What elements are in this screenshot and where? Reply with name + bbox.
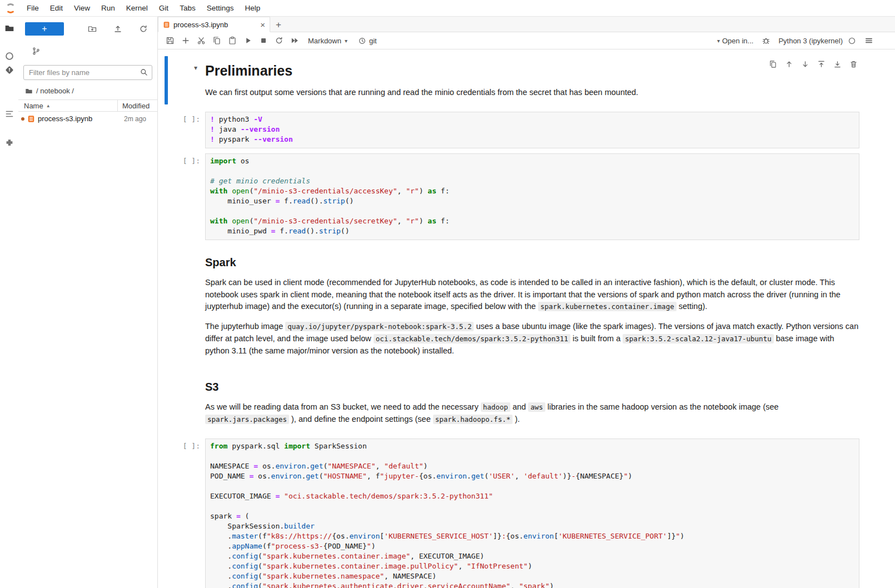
restart-kernel-button[interactable]	[271, 34, 286, 47]
file-list-header: Name ▲ Modified	[18, 99, 157, 112]
git-branch-icon[interactable]	[32, 47, 157, 56]
jupyter-logo-icon	[6, 3, 16, 13]
insert-cell-below-button[interactable]	[831, 58, 843, 69]
execution-prompt: [ ]:	[158, 153, 205, 165]
markdown-cell-spark[interactable]: Spark Spark can be used in client mode (…	[158, 245, 895, 365]
open-in-label: Open in...	[722, 37, 753, 45]
new-tab-button[interactable]: +	[270, 18, 287, 32]
md-paragraph: Spark can be used in client mode (recomm…	[205, 277, 859, 313]
search-icon	[140, 68, 148, 77]
git-label: git	[369, 37, 377, 45]
menu-view[interactable]: View	[68, 0, 96, 16]
upload-button[interactable]	[111, 22, 125, 36]
insert-cell-above-button[interactable]	[815, 58, 827, 69]
menu-kernel[interactable]: Kernel	[121, 0, 153, 16]
heading-collapse-icon[interactable]: ▾	[194, 64, 197, 72]
file-browser-panel: +	[18, 17, 158, 588]
execution-prompt: [ ]:	[158, 112, 205, 123]
sidebar-tab-git[interactable]	[4, 65, 14, 75]
code-editor[interactable]: ! python3 -V! java --version! pyspark --…	[205, 112, 859, 148]
cut-cells-button[interactable]	[193, 34, 208, 47]
md-heading-spark: Spark	[205, 256, 859, 269]
cell-toolbar	[767, 58, 859, 69]
git-toolbar-button[interactable]: git	[354, 37, 381, 45]
move-cell-down-button[interactable]	[799, 58, 811, 69]
file-status-dot	[21, 117, 24, 121]
md-paragraph: The jupyterhub image quay.io/jupyter/pys…	[205, 321, 859, 357]
kernel-status-icon	[848, 37, 856, 45]
menu-bar: File Edit View Run Kernel Git Tabs Setti…	[0, 0, 895, 17]
code-cell-credentials[interactable]: [ ]: import os# get minio credentialswit…	[158, 153, 895, 240]
copy-cells-button[interactable]	[209, 34, 224, 47]
md-paragraph: We can first output some versions that a…	[205, 87, 859, 99]
file-browser-toolbar: +	[18, 17, 157, 36]
notebook-file-icon	[27, 115, 35, 123]
notebook-area[interactable]: ▾ Preliminaries We can first output some…	[158, 49, 895, 588]
sidebar-tab-file-browser[interactable]	[4, 23, 14, 33]
code-editor[interactable]: from pyspark.sql import SparkSessionNAME…	[205, 438, 859, 588]
menu-run[interactable]: Run	[96, 0, 121, 16]
sort-ascending-icon: ▲	[46, 103, 51, 108]
filter-files-input[interactable]	[23, 65, 152, 80]
open-in-dropdown[interactable]: ▾ Open in...	[717, 37, 753, 45]
delete-cell-button[interactable]	[847, 58, 859, 69]
menu-tabs[interactable]: Tabs	[174, 0, 201, 16]
plus-icon: +	[42, 24, 47, 33]
file-name: process-s3.ipynb	[38, 114, 92, 123]
notebook-file-icon	[163, 21, 170, 28]
toolbar-overflow-menu-icon[interactable]	[861, 34, 876, 47]
menu-help[interactable]: Help	[239, 0, 266, 16]
jupyterlab-app: File Edit View Run Kernel Git Tabs Setti…	[0, 0, 895, 588]
md-heading-s3: S3	[205, 381, 859, 393]
md-heading-preliminaries: Preliminaries	[205, 63, 859, 79]
file-row[interactable]: process-s3.ipynb 2m ago	[18, 112, 157, 126]
menu-git[interactable]: Git	[153, 0, 174, 16]
new-launcher-button[interactable]: +	[25, 22, 64, 36]
chevron-down-icon: ▾	[345, 38, 347, 44]
cell-type-dropdown[interactable]: Markdown ▾	[302, 37, 353, 45]
sidebar-tab-running-sessions[interactable]	[4, 51, 14, 61]
debugger-bug-icon[interactable]	[758, 34, 773, 47]
markdown-cell-s3[interactable]: S3 As we will be reading data from an S3…	[158, 370, 895, 433]
file-modified: 2m ago	[124, 115, 157, 123]
markdown-cell-preliminaries[interactable]: ▾ Preliminaries We can first output some…	[158, 56, 895, 107]
breadcrumb[interactable]: / notebook /	[18, 80, 157, 99]
tab-label: process-s3.ipynb	[173, 21, 228, 29]
code-cell-versions[interactable]: [ ]: ! python3 -V! java --version! pyspa…	[158, 112, 895, 148]
interrupt-kernel-button[interactable]	[256, 34, 271, 47]
sidebar-tab-extensions[interactable]	[4, 138, 14, 148]
history-clock-icon	[358, 37, 366, 45]
column-header-modified[interactable]: Modified	[117, 100, 157, 111]
breadcrumb-path: / notebook /	[36, 87, 74, 95]
refresh-button[interactable]	[136, 22, 151, 36]
new-folder-button[interactable]	[85, 22, 100, 36]
tab-bar: process-s3.ipynb × +	[158, 17, 895, 32]
kernel-name-button[interactable]: Python 3 (ipykernel)	[778, 37, 843, 45]
code-editor[interactable]: import os# get minio credentialswith ope…	[205, 153, 859, 240]
paste-cells-button[interactable]	[225, 34, 240, 47]
name-column-label: Name	[24, 102, 43, 110]
md-paragraph: As we will be reading data from an S3 bu…	[205, 401, 859, 426]
code-cell-spark-session[interactable]: [ ]: from pyspark.sql import SparkSessio…	[158, 438, 895, 588]
git-toolbar-row	[18, 36, 157, 56]
notebook-toolbar: Markdown ▾ git ▾ Open in...	[158, 32, 895, 49]
restart-run-all-button[interactable]	[287, 34, 302, 47]
sidebar-tab-table-of-contents[interactable]	[4, 109, 14, 119]
menu-settings[interactable]: Settings	[201, 0, 240, 16]
menu-file[interactable]: File	[21, 0, 44, 16]
move-cell-up-button[interactable]	[783, 58, 795, 69]
tab-process-s3[interactable]: process-s3.ipynb ×	[158, 17, 270, 32]
cell-type-value: Markdown	[308, 37, 341, 45]
menu-edit[interactable]: Edit	[44, 0, 68, 16]
insert-cell-button[interactable]	[178, 34, 193, 47]
home-folder-icon[interactable]	[25, 87, 33, 95]
run-cell-button[interactable]	[240, 34, 255, 47]
execution-prompt: [ ]:	[158, 438, 205, 450]
column-header-name[interactable]: Name ▲	[18, 100, 117, 111]
save-button[interactable]	[162, 34, 177, 47]
activity-bar	[0, 17, 18, 588]
chevron-down-icon: ▾	[717, 38, 720, 44]
duplicate-cell-button[interactable]	[767, 58, 779, 69]
close-icon[interactable]: ×	[260, 20, 265, 29]
